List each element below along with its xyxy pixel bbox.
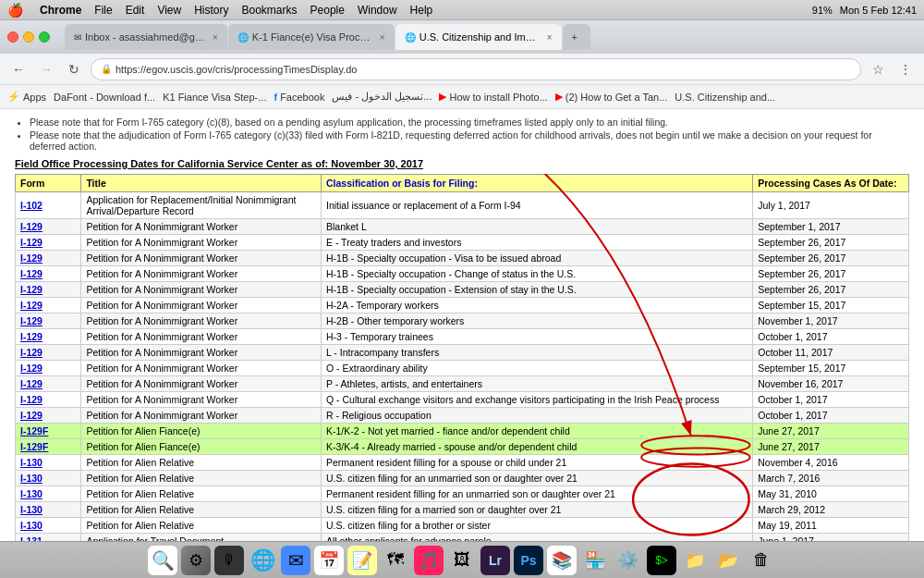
dock-folder1[interactable]: 📁 (680, 546, 710, 575)
cell-title: Petition for A Nonimmigrant Worker (81, 329, 322, 345)
cell-title: Petition for Alien Fiance(e) (81, 439, 322, 455)
more-menu[interactable]: ⋮ (894, 58, 917, 80)
tab-close-k1[interactable]: × (380, 32, 385, 43)
notice-1: Please note that for Form I-765 category… (30, 117, 909, 128)
cell-classification: L - Intracompany transfers (321, 345, 752, 361)
cell-title: Petition for A Nonimmigrant Worker (81, 251, 322, 266)
bookmark-k1visa[interactable]: K1 Fiance Visa Step-... (163, 92, 266, 103)
cell-date: September 15, 2017 (753, 298, 909, 314)
youtube-icon: ▶ (439, 91, 446, 103)
cell-classification: Q - Cultural exchange visitors and excha… (321, 392, 752, 408)
cell-form: I-130 (16, 455, 81, 471)
cell-form: I-129 (16, 361, 81, 376)
minimize-button[interactable] (23, 31, 34, 43)
dock-music[interactable]: 🎵 (414, 546, 444, 575)
menubar-battery: 91% (812, 5, 833, 16)
dock-prefs[interactable]: ⚙️ (614, 546, 643, 575)
table-row: I-130Petition for Alien RelativeU.S. cit… (16, 518, 909, 534)
table-row: I-129Petition for A Nonimmigrant WorkerH… (16, 282, 909, 298)
dock-mail[interactable]: ✉ (281, 546, 310, 575)
menu-chrome[interactable]: Chrome (40, 4, 81, 17)
cell-classification: P - Athletes, artists, and entertainers (321, 376, 752, 392)
table-row: I-129FPetition for Alien Fiance(e)K-1/K-… (16, 424, 909, 439)
tab-close-uscis[interactable]: × (547, 32, 553, 43)
cell-classification: Permanent resident filling for a spouse … (321, 455, 752, 471)
bookmark-arabic[interactable]: تسجيل الدخول - فيس... (332, 91, 432, 103)
table-row: I-130Petition for Alien RelativePermanen… (16, 455, 909, 471)
menu-file[interactable]: File (94, 4, 112, 17)
dock-siri[interactable]: 🎙 (214, 546, 244, 575)
dock-chrome[interactable]: 🌐 (248, 546, 277, 575)
menu-people[interactable]: People (310, 4, 345, 17)
reload-button[interactable]: ↻ (63, 58, 85, 80)
bookmark-photo[interactable]: ▶ How to install Photo... (439, 91, 547, 103)
tab-gmail[interactable]: ✉ Inbox - asassiahmed@gmail.co... × (65, 24, 227, 50)
table-row: I-129Petition for A Nonimmigrant WorkerL… (16, 345, 909, 361)
nav-bar: ← → ↻ 🔒 https://egov.uscis.gov/cris/proc… (0, 54, 924, 85)
cell-classification: U.S. citizen filing for a brother or sis… (321, 518, 752, 534)
cell-title: Petition for A Nonimmigrant Worker (81, 345, 322, 361)
dock-photos[interactable]: 🖼 (447, 546, 477, 575)
dock-finder[interactable]: 🔍 (148, 546, 177, 575)
menubar: 🍎 Chrome File Edit View History Bookmark… (0, 0, 924, 20)
back-button[interactable]: ← (7, 58, 30, 80)
close-button[interactable] (7, 31, 18, 43)
cell-classification: H-3 - Temporary trainees (321, 329, 752, 345)
cell-title: Petition for A Nonimmigrant Worker (81, 314, 322, 329)
address-bar[interactable]: 🔒 https://egov.uscis.gov/cris/processing… (91, 58, 861, 80)
cell-classification: All other applicants for advance parole (321, 534, 752, 542)
bookmark-star[interactable]: ☆ (867, 58, 889, 80)
cell-form: I-129 (16, 329, 81, 345)
table-row: I-129Petition for A Nonimmigrant WorkerH… (16, 251, 909, 266)
apps-icon: ⚡ (7, 91, 20, 103)
cell-form: I-129 (16, 345, 81, 361)
bookmark-dafont[interactable]: DaFont - Download f... (54, 92, 155, 103)
menubar-datetime: Mon 5 Feb 12:41 (840, 5, 917, 16)
traffic-lights (7, 31, 50, 43)
table-row: I-129Petition for A Nonimmigrant WorkerH… (16, 314, 909, 329)
cell-form: I-130 (16, 502, 81, 518)
table-row: I-102Application for Replacement/Initial… (16, 192, 909, 219)
dock-ibooks[interactable]: 📚 (547, 546, 577, 575)
dock-folder2[interactable]: 📂 (713, 546, 743, 575)
menu-bookmarks[interactable]: Bookmarks (242, 4, 298, 17)
apple-menu[interactable]: 🍎 (7, 3, 23, 18)
cell-form: I-130 (16, 518, 81, 534)
menu-edit[interactable]: Edit (126, 4, 145, 17)
cell-title: Petition for Alien Fiance(e) (81, 424, 322, 439)
cell-form: I-130 (16, 486, 81, 502)
tab-close-gmail[interactable]: × (213, 32, 218, 43)
table-row: I-129Petition for A Nonimmigrant WorkerE… (16, 235, 909, 251)
section-title: Field Office Processing Dates for Califo… (15, 157, 909, 170)
lock-icon: 🔒 (101, 64, 112, 74)
dock-notes[interactable]: 📝 (347, 546, 377, 575)
notice-list: Please note that for Form I-765 category… (15, 117, 909, 152)
dock-lightroom[interactable]: Lr (480, 546, 510, 575)
cell-classification: H-1B - Specialty occupation - Change of … (321, 266, 752, 282)
menu-history[interactable]: History (194, 4, 228, 17)
dock-launchpad[interactable]: ⚙ (181, 546, 211, 575)
table-row: I-130Petition for Alien RelativeU.S. cit… (16, 471, 909, 486)
menu-window[interactable]: Window (358, 4, 397, 17)
tab-uscis[interactable]: 🌐 U.S. Citizenship and Immigr... × (395, 24, 562, 50)
cell-form: I-129 (16, 251, 81, 266)
notice-2: Please note that the adjudication of For… (30, 129, 909, 152)
tab-k1visa[interactable]: 🌐 K-1 Fiance(e) Visa Process & T... × (228, 24, 395, 50)
bookmark-tan[interactable]: ▶ (2) How to Get a Tan... (555, 91, 667, 103)
maximize-button[interactable] (39, 31, 50, 43)
dock-appstore[interactable]: 🏪 (580, 546, 610, 575)
dock-terminal[interactable]: $> (647, 546, 676, 575)
bookmark-apps[interactable]: ⚡ Apps (7, 91, 46, 103)
dock-calendar[interactable]: 📅 (314, 546, 344, 575)
bookmark-facebook[interactable]: f Facebook (274, 92, 324, 103)
cell-classification: H-2B - Other temporary workers (321, 314, 752, 329)
forward-button[interactable]: → (35, 58, 57, 80)
menu-view[interactable]: View (157, 4, 181, 17)
dock-photoshop[interactable]: Ps (514, 546, 543, 575)
tab-empty[interactable]: + (563, 24, 590, 50)
table-row: I-129Petition for A Nonimmigrant WorkerP… (16, 376, 909, 392)
dock-trash[interactable]: 🗑 (747, 546, 776, 575)
bookmark-uscis[interactable]: U.S. Citizenship and... (675, 92, 775, 103)
dock-maps[interactable]: 🗺 (381, 546, 410, 575)
menu-help[interactable]: Help (410, 4, 433, 17)
